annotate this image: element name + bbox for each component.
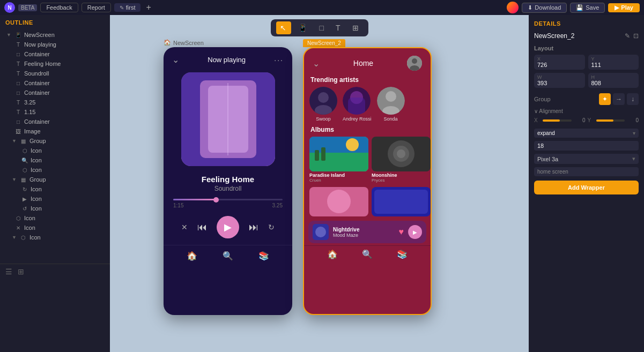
h-label: H [591, 74, 636, 80]
group-arrow-right-btn[interactable]: → [613, 93, 625, 105]
heart-icon[interactable]: ♥ [399, 227, 404, 237]
npb-play-button[interactable]: ▶ [408, 225, 422, 239]
home-nav-icon[interactable]: 🏠 [187, 251, 197, 261]
screen2-phone: ⌄ Home Trending artists Swoop [303, 47, 432, 315]
albums-grid: Paradise Island Cruen Moonshine Pryces [304, 134, 431, 185]
sidebar-item-icon5[interactable]: ▶ Icon [0, 194, 110, 204]
device-dropdown[interactable]: Pixel 3a ▾ [534, 154, 639, 164]
pointer-tool[interactable]: ↖ [276, 21, 291, 34]
screen-name-row: NewScreen_2 ✎ ⊡ [534, 32, 639, 40]
more-icon: ··· [274, 56, 284, 64]
sidebar-item-3-25[interactable]: T 3.25 [0, 98, 110, 107]
y-field[interactable]: Y 111 [588, 55, 639, 70]
artist-name: Swoop [309, 116, 337, 122]
device-chevron-icon: ▾ [632, 155, 635, 162]
caret-icon: ▼ [12, 138, 17, 144]
play-icon: ▶ [615, 4, 619, 11]
mobile-frame-tool[interactable]: 📱 [294, 21, 312, 34]
shuffle-button[interactable]: ✕ [181, 223, 188, 231]
sidebar-item-soundroll[interactable]: T Soundroll [0, 69, 110, 78]
w-field[interactable]: W 393 [534, 73, 585, 88]
expand-dropdown[interactable]: expand ▾ [534, 129, 639, 138]
sidebar-item-icon6[interactable]: ↺ Icon [0, 204, 110, 213]
library-icon[interactable]: 📚 [397, 249, 408, 259]
play-button[interactable]: ▶ Play [608, 3, 640, 12]
layout-section-label: Layout [534, 45, 639, 51]
screen1-phone: ⌄ Now playing ··· Feeling Home S [164, 47, 292, 315]
album-item-2 [309, 187, 368, 216]
search-icon[interactable]: 🔍 [362, 249, 373, 259]
save-button[interactable]: 💾 Save [570, 3, 605, 13]
song-artist: Soundroll [164, 185, 292, 192]
layers-icon[interactable]: ☰ [5, 267, 12, 276]
screen-name: NewScreen_2 [534, 32, 574, 40]
frame-icon[interactable]: ⊡ [633, 32, 639, 40]
search-nav-icon[interactable]: 🔍 [223, 251, 233, 261]
x-align-slider[interactable] [543, 119, 572, 122]
screen-type-label[interactable]: home screen [534, 167, 639, 176]
npb-title: Nightdrive [333, 227, 395, 233]
canvas[interactable]: ↖ 📱 □ T ⊞ 🏠 NewScreen ⌄ Now playing ··· [110, 15, 529, 352]
sidebar-item-group1[interactable]: ▼ ▦ Group [0, 136, 110, 146]
report-button[interactable]: Report [82, 3, 111, 12]
num-field[interactable]: 18 [534, 141, 639, 151]
sidebar-item-icon8[interactable]: ✕ Icon [0, 223, 110, 233]
add-wrapper-button[interactable]: Add Wrapper [534, 181, 639, 194]
svg-rect-20 [321, 147, 325, 161]
text-tool[interactable]: T [331, 21, 345, 34]
download-button[interactable]: ⬇ Download [522, 3, 567, 13]
add-tab-button[interactable]: + [144, 3, 153, 12]
y-align-slider[interactable] [596, 119, 625, 122]
alignment-label: ∨ Alignment [534, 108, 639, 114]
next-button[interactable]: ⏭ [249, 222, 258, 233]
h-field[interactable]: H 808 [588, 73, 639, 88]
svg-point-8 [318, 92, 329, 103]
sidebar-item-icon1[interactable]: ⬡ Icon [0, 146, 110, 155]
play-pause-button[interactable]: ▶ [217, 216, 239, 238]
sidebar-item-feelinghome[interactable]: T Feeling Home [0, 59, 110, 69]
sidebar-item-newscreen[interactable]: ▼ 📱 NewScreen [0, 30, 110, 40]
sidebar-item-icon7[interactable]: ⬡ Icon [0, 213, 110, 223]
rect-tool[interactable]: □ [315, 21, 328, 34]
sidebar-bottom-bar: ☰ ⊞ [0, 264, 110, 279]
sidebar-item-group2[interactable]: ▼ ▦ Group [0, 175, 110, 184]
group-star-btn[interactable]: ✦ [599, 93, 611, 105]
sidebar-item-container3[interactable]: □ Container [0, 88, 110, 98]
group-icon: ▦ [20, 138, 27, 144]
sidebar-item-container2[interactable]: □ Container [0, 78, 110, 88]
screen1-nav: 🏠 🔍 📚 [164, 245, 292, 266]
sidebar-item-1-15[interactable]: T 1.15 [0, 107, 110, 117]
progress-track[interactable] [173, 199, 283, 200]
albums-grid-2 [304, 185, 431, 219]
y-value: 111 [591, 62, 636, 68]
components-icon[interactable]: ⊞ [18, 267, 24, 276]
sidebar-item-icon2[interactable]: 🔍 Icon [0, 155, 110, 165]
home-icon[interactable]: 🏠 [327, 249, 338, 259]
grid-tool[interactable]: ⊞ [348, 21, 363, 34]
prev-button[interactable]: ⏮ [197, 222, 207, 233]
library-nav-icon[interactable]: 📚 [258, 251, 269, 261]
group-arrow-down-btn[interactable]: ↓ [627, 93, 639, 105]
download-icon: ⬇ [528, 4, 532, 11]
num-value: 18 [537, 143, 635, 149]
sidebar-item-container1[interactable]: □ Container [0, 49, 110, 59]
sidebar-item-icon3[interactable]: ⬡ Icon [0, 165, 110, 175]
sidebar-item-icon9[interactable]: ▼ ⬡ Icon [0, 233, 110, 242]
edit-name-icon[interactable]: ✎ [625, 32, 630, 40]
album-art-moonshine [372, 137, 431, 171]
sidebar-item-icon4[interactable]: ↻ Icon [0, 184, 110, 194]
text-icon: T [15, 109, 21, 115]
first-tab[interactable]: ✎ first [114, 3, 141, 12]
feedback-button[interactable]: Feedback [40, 3, 78, 12]
sidebar-item-nowplaying[interactable]: T Now playing [0, 40, 110, 49]
x-field[interactable]: X 726 [534, 55, 585, 70]
w-value: 393 [537, 80, 582, 86]
album-artist: Pryces [372, 178, 431, 183]
repeat-button[interactable]: ↻ [268, 223, 275, 231]
album-art-3 [309, 187, 368, 216]
sidebar-item-container4[interactable]: □ Container [0, 117, 110, 126]
trending-section-label: Trending artists [304, 74, 431, 85]
caret-icon: ▼ [6, 32, 11, 38]
album-artist: Cruen [309, 178, 368, 183]
sidebar-item-image[interactable]: 🖼 Image [0, 126, 110, 136]
